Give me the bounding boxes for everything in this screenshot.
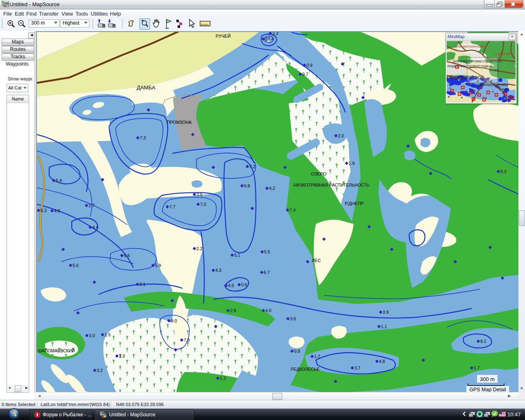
- svg-text:7.7: 7.7: [169, 204, 176, 209]
- svg-text:3.7: 3.7: [354, 365, 361, 370]
- svg-text:ДАМБА: ДАМБА: [137, 84, 155, 91]
- svg-text:Р.ДНЕПР: Р.ДНЕПР: [345, 201, 364, 206]
- svg-text:9.0: 9.0: [171, 318, 177, 323]
- svg-text:2.9: 2.9: [230, 308, 236, 313]
- svg-text:2.1: 2.1: [139, 282, 146, 287]
- svg-text:2.2: 2.2: [196, 246, 203, 251]
- svg-text:РАЗДЕЛЕНИЯ СУДОВОГО ХОДА 97: РАЗДЕЛЕНИЯ СУДОВОГО ХОДА 97: [447, 65, 492, 68]
- svg-text:0.6: 0.6: [241, 282, 247, 287]
- svg-text:С.МАЛАЯ КОХНОВКА: С.МАЛАЯ КОХНОВКА: [455, 45, 485, 48]
- svg-text:GPS Map Detail: GPS Map Detail: [469, 387, 506, 392]
- svg-text:1.9: 1.9: [349, 161, 355, 166]
- svg-text:5.1: 5.1: [234, 253, 240, 258]
- svg-text:2.3: 2.3: [272, 32, 278, 36]
- svg-text:1.3: 1.3: [220, 376, 226, 381]
- svg-text:4.4: 4.4: [92, 225, 98, 230]
- svg-text:3.6: 3.6: [290, 316, 296, 321]
- svg-text:ОЗЕРО: ОЗЕРО: [311, 171, 327, 176]
- svg-text:4.6: 4.6: [54, 208, 60, 213]
- svg-text:3.2: 3.2: [97, 368, 103, 373]
- svg-text:ШАПОМАЕВСКИЙ: ШАПОМАЕВСКИЙ: [38, 348, 75, 353]
- svg-text:5.5: 5.5: [264, 249, 270, 254]
- svg-text:4.0: 4.0: [265, 308, 272, 313]
- svg-text:9.1: 9.1: [480, 339, 486, 344]
- svg-text:6.8: 6.8: [244, 183, 250, 188]
- svg-text:1.7: 1.7: [474, 365, 480, 370]
- svg-text:БУЙ ПРАВОЙ КРОМКИ СУДОВОГО ХО,: БУЙ ПРАВОЙ КРОМКИ СУДОВОГО ХО,: [453, 59, 502, 63]
- svg-text:5.4: 5.4: [56, 178, 62, 183]
- svg-text:БУЙ ПРАВОЙ КРОМКИ: БУЙ ПРАВОЙ КРОМКИ: [478, 83, 508, 87]
- svg-text:10.4: 10.4: [265, 37, 274, 41]
- svg-text:РЕДКОЛЕСЬЕ: РЕДКОЛЕСЬЕ: [291, 367, 320, 372]
- svg-text:0.7: 0.7: [302, 72, 308, 77]
- svg-text:300 m: 300 m: [480, 376, 495, 382]
- svg-text:2.0: 2.0: [338, 133, 344, 138]
- svg-text:ОЙ СУДОВОЙ ХОД: ОЙ СУДОВОЙ ХОД: [447, 75, 484, 80]
- svg-text:7.0: 7.0: [200, 202, 206, 207]
- svg-text:0.9: 0.9: [306, 63, 313, 68]
- svg-text:7.4: 7.4: [290, 208, 296, 212]
- svg-text:7.3: 7.3: [140, 135, 146, 140]
- svg-text:1.7: 1.7: [314, 354, 320, 359]
- svg-text:6.7: 6.7: [264, 270, 270, 275]
- svg-text:4.3: 4.3: [215, 268, 221, 273]
- svg-text:7.2: 7.2: [249, 164, 256, 169]
- svg-text:ПРОМЗОНА: ПРОМЗОНА: [167, 120, 192, 125]
- svg-text:5.3: 5.3: [41, 208, 47, 213]
- svg-text:2.7: 2.7: [89, 203, 95, 208]
- svg-text:3.5: 3.5: [196, 192, 203, 197]
- svg-text:7.9: 7.9: [184, 338, 190, 342]
- svg-text:3.0: 3.0: [89, 333, 95, 338]
- svg-text:0.8: 0.8: [294, 349, 300, 354]
- svg-text:ПИНЕ: ПИНЕ: [499, 88, 507, 91]
- svg-text:ЛЕС: ЛЕС: [312, 258, 321, 263]
- svg-text:5.6: 5.6: [124, 253, 130, 258]
- svg-text:С.ДЗЕРЖИ: С.ДЗЕРЖИ: [495, 52, 511, 56]
- svg-text:3.9: 3.9: [383, 310, 389, 315]
- svg-text:РУЧЕЙ: РУЧЕЙ: [216, 34, 231, 39]
- svg-text:НИЗКОТРАВНАЯ РАСТИТЕЛЬНОСТЬ: НИЗКОТРАВНАЯ РАСТИТЕЛЬНОСТЬ: [293, 183, 369, 187]
- svg-text:1.1: 1.1: [381, 324, 387, 329]
- svg-text:1.5: 1.5: [105, 332, 111, 337]
- svg-text:5.0: 5.0: [73, 263, 79, 268]
- svg-text:4.5: 4.5: [228, 283, 234, 288]
- svg-text:0.3: 0.3: [500, 169, 507, 174]
- svg-text:4.8: 4.8: [379, 359, 385, 364]
- svg-text:3.3: 3.3: [119, 354, 125, 358]
- svg-text:5.9: 5.9: [155, 263, 161, 268]
- svg-text:4.2: 4.2: [269, 186, 275, 191]
- svg-text:РУЧЕЙ: РУЧЕЙ: [489, 68, 499, 72]
